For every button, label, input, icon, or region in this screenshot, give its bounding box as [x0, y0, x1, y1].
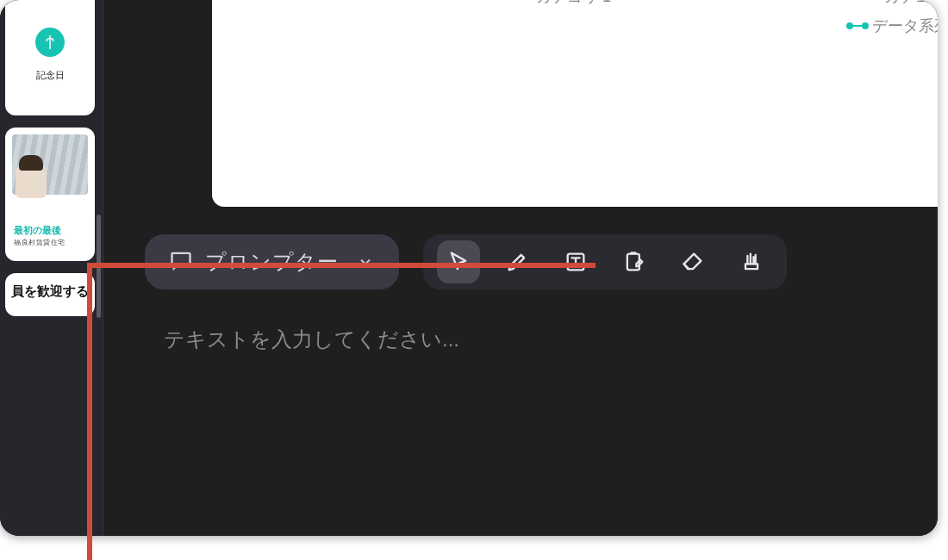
annotation-tool-row: [423, 234, 787, 289]
prompter-placeholder: テキストを入力してください...: [164, 326, 459, 353]
brush-tool[interactable]: [730, 240, 773, 283]
slide-thumbnail-3[interactable]: 員を歓迎する: [5, 273, 95, 316]
annotation-line-vertical: [87, 263, 92, 560]
slide-thumbnail-1[interactable]: 記念日: [5, 0, 95, 115]
chart-legend: データ系列: [848, 16, 938, 36]
chevron-down-icon[interactable]: [356, 252, 375, 271]
slide-2-subtitle: 福良村賃貸住宅: [14, 238, 65, 247]
prompter-tab[interactable]: プロンプター: [145, 234, 399, 289]
legend-series-line-icon: [848, 25, 867, 27]
app-frame: 記念日 最初の最後 福良村賃貸住宅 員を歓迎する カテゴリ 1 カテゴ！ データ…: [0, 0, 938, 536]
prompter-tab-label: プロンプター: [205, 248, 339, 276]
slide-thumbnail-2[interactable]: 最初の最後 福良村賃貸住宅: [5, 128, 95, 261]
anniversary-icon: [35, 28, 65, 57]
chart-category-2-label: カテゴ！: [884, 0, 938, 7]
panel-toolbar: プロンプター: [145, 234, 920, 289]
annotation-line-horizontal: [87, 263, 596, 268]
cursor-tool[interactable]: [437, 240, 480, 283]
chart-category-1-label: カテゴリ 1: [536, 0, 611, 7]
slide-2-avatar: [16, 164, 47, 198]
chat-bubble-icon: [169, 248, 193, 276]
slide-1-label: 記念日: [5, 69, 95, 82]
eraser-tool[interactable]: [671, 240, 714, 283]
pencil-tool[interactable]: [496, 240, 539, 283]
prompter-panel: プロンプター: [128, 222, 938, 536]
prompter-textarea[interactable]: テキストを入力してください...: [145, 308, 920, 517]
clipboard-edit-tool[interactable]: [613, 240, 656, 283]
slide-2-title: 最初の最後: [14, 224, 61, 237]
slide-3-label: 員を歓迎する: [5, 283, 95, 300]
slide-canvas[interactable]: カテゴリ 1 カテゴ！ データ系列: [212, 0, 938, 207]
legend-series-label: データ系列: [872, 16, 938, 36]
text-tool[interactable]: [554, 240, 597, 283]
